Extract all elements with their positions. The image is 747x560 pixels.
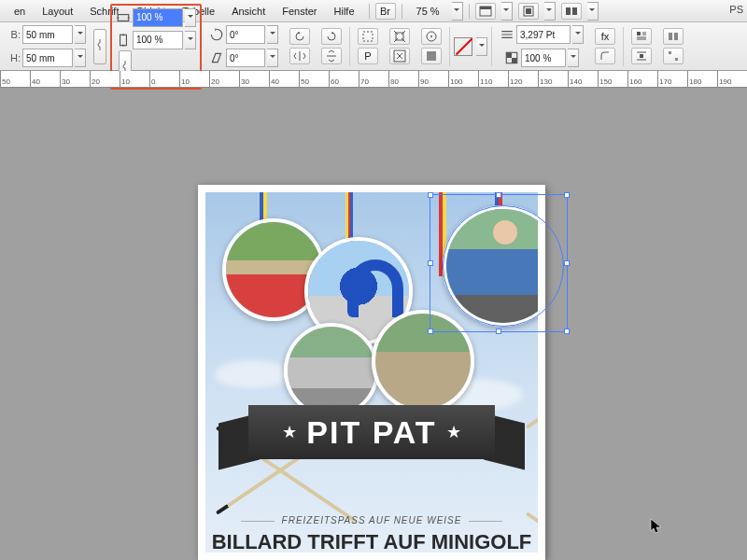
separator — [349, 27, 350, 66]
menu-fenster[interactable]: Fenster — [274, 6, 325, 17]
svg-rect-22 — [675, 58, 678, 61]
scale-x-icon — [116, 10, 131, 25]
rotate-ccw-icon[interactable] — [289, 28, 310, 45]
separator — [491, 27, 492, 66]
svg-rect-15 — [506, 52, 512, 58]
cue-stick — [526, 332, 538, 429]
zoom-value: 75 % — [408, 6, 448, 17]
height-dd[interactable] — [75, 49, 86, 67]
rotate-dd[interactable] — [267, 25, 278, 44]
fit-content-icon[interactable] — [389, 28, 410, 45]
screen-mode-dd[interactable] — [544, 2, 556, 21]
fill-frame-icon[interactable] — [421, 48, 442, 64]
shear-icon — [209, 50, 224, 65]
svg-point-12 — [430, 35, 432, 37]
document-page[interactable]: ★ PIT PAT ★ FREIZEITSPASS AUF NEUE WEISE… — [198, 185, 545, 560]
svg-rect-8 — [363, 32, 373, 41]
svg-rect-3 — [526, 8, 531, 14]
menu-en[interactable]: en — [6, 6, 34, 17]
text-wrap-2-icon[interactable] — [631, 48, 652, 64]
rotate-cw-icon[interactable] — [321, 28, 342, 45]
height-input[interactable] — [22, 49, 73, 67]
separator — [369, 4, 370, 19]
stroke-weight-icon — [500, 27, 514, 42]
cloud — [215, 360, 289, 388]
scale-x-input[interactable] — [133, 8, 183, 27]
separator — [402, 4, 402, 19]
title-text: PIT PAT — [306, 414, 436, 451]
select-content-icon[interactable]: P — [358, 48, 378, 64]
stroke-weight-input[interactable] — [516, 25, 571, 44]
shear-input[interactable] — [226, 49, 265, 67]
separator — [623, 27, 624, 66]
opacity-dd[interactable] — [568, 49, 579, 67]
rotate-icon — [209, 27, 224, 42]
zoom-control[interactable]: 75 % — [408, 2, 463, 21]
subtitle-text: FREIZEITSPASS AUF NEUE WEISE — [205, 515, 538, 525]
scale-y-icon — [116, 33, 131, 48]
fill-swatch[interactable] — [454, 37, 472, 56]
text-wrap-icon[interactable] — [631, 28, 652, 45]
opacity-input[interactable] — [521, 49, 566, 67]
effects-icon[interactable]: fx — [595, 28, 615, 45]
stroke-dd[interactable] — [572, 25, 584, 44]
fit-frame-icon[interactable] — [389, 48, 410, 64]
svg-rect-7 — [120, 35, 127, 45]
ps-label: PS — [729, 4, 743, 15]
screen-mode-icon[interactable] — [518, 3, 539, 20]
width-input[interactable] — [22, 25, 73, 44]
width-label: B: — [7, 29, 21, 40]
link-wh-icon[interactable] — [93, 29, 106, 64]
svg-rect-13 — [427, 51, 436, 61]
scale-y-input[interactable] — [133, 31, 183, 49]
bridge-button[interactable]: Br — [375, 3, 396, 20]
rotate-input[interactable] — [226, 25, 265, 44]
scale-x-dd[interactable] — [185, 8, 196, 27]
view-mode-icon[interactable] — [475, 3, 496, 20]
select-container-icon[interactable] — [358, 28, 378, 45]
distribute-icon[interactable] — [663, 48, 684, 64]
svg-rect-21 — [669, 51, 671, 54]
mouse-cursor-icon — [650, 518, 663, 535]
arrange-dd[interactable] — [587, 2, 599, 21]
selection-inner[interactable] — [443, 205, 564, 327]
title-banner: ★ PIT PAT ★ — [224, 405, 519, 472]
separator — [449, 27, 450, 66]
align-icon[interactable] — [663, 28, 684, 45]
svg-rect-5 — [572, 7, 577, 15]
svg-rect-1 — [480, 7, 491, 9]
width-dd[interactable] — [75, 25, 86, 44]
menu-ansicht[interactable]: Ansicht — [223, 6, 274, 17]
star-icon: ★ — [282, 422, 297, 442]
svg-rect-19 — [669, 33, 672, 40]
shear-dd[interactable] — [267, 49, 278, 67]
corner-options-icon[interactable] — [595, 48, 615, 64]
svg-rect-17 — [637, 32, 641, 35]
star-icon: ★ — [446, 422, 461, 442]
view-mode-dd[interactable] — [501, 2, 513, 21]
headline-text: BILLARD TRIFFT AUF MINIGOLF — [205, 530, 538, 553]
photo-circle-3[interactable] — [284, 323, 379, 418]
control-bar: B: H: — [0, 22, 747, 71]
svg-rect-20 — [674, 33, 678, 40]
flip-h-icon[interactable] — [289, 48, 310, 64]
svg-rect-18 — [640, 54, 643, 58]
svg-rect-4 — [566, 7, 571, 15]
height-label: H: — [7, 52, 21, 63]
zoom-dropdown[interactable] — [452, 2, 463, 21]
svg-rect-6 — [118, 14, 128, 21]
opacity-icon — [504, 50, 519, 65]
scale-y-dd[interactable] — [185, 31, 196, 49]
svg-rect-16 — [512, 58, 517, 63]
fill-dd[interactable] — [476, 37, 487, 56]
center-content-icon[interactable] — [421, 28, 442, 45]
flip-v-icon[interactable] — [321, 48, 342, 64]
arrange-icon[interactable] — [561, 3, 582, 20]
horizontal-ruler[interactable]: 5040302010010203040506070809010011012013… — [0, 71, 747, 88]
menu-layout[interactable]: Layout — [34, 6, 81, 17]
menu-hilfe[interactable]: Hilfe — [326, 6, 363, 17]
separator — [469, 4, 470, 19]
